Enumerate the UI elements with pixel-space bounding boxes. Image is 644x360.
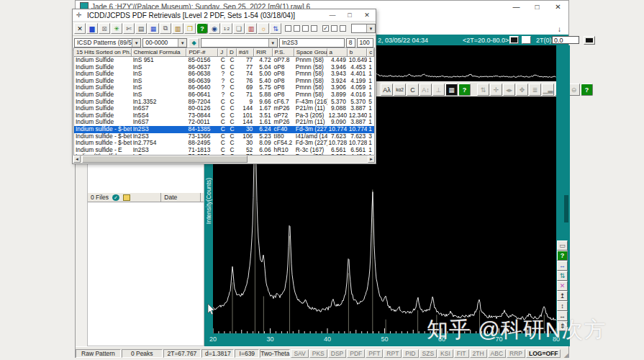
chevron-down-icon[interactable]: ↓: [558, 25, 561, 33]
expand-h-button[interactable]: ↔: [557, 261, 568, 271]
wavelength-button[interactable]: Aλ: [381, 84, 393, 96]
grid-button[interactable]: ▦: [445, 84, 458, 96]
horizontal-scrollbar[interactable]: ◄ ►: [73, 156, 375, 163]
background-button[interactable]: C: [407, 84, 419, 96]
table-row[interactable]: Indium SulfideIn5S473-0844CC1013.51oP72P…: [74, 112, 374, 120]
option-checkbox[interactable]: [302, 25, 309, 32]
web-icon[interactable]: ◉: [209, 23, 220, 34]
subfile-select[interactable]: ▼: [201, 38, 278, 48]
hcompress-button[interactable]: ◂▸: [503, 84, 515, 96]
table-row[interactable]: Indium SulfideInS86-0638?C745.00oP8Pmnn …: [74, 71, 374, 78]
ka2-strip-button[interactable]: kα2: [394, 84, 406, 96]
two-theta-zero-input[interactable]: 0.0: [552, 36, 579, 44]
pdf-number-select[interactable]: 00-0000▼: [142, 38, 187, 48]
check-icon[interactable]: ✓: [112, 194, 119, 201]
table-row[interactable]: Indium SulfideInS 95185-0156CC774.72oP7.…: [74, 57, 374, 64]
option-checkbox[interactable]: [311, 25, 317, 32]
status-button-fit[interactable]: FIT: [454, 349, 469, 358]
save-icon[interactable]: ▦: [148, 23, 159, 34]
database-select[interactable]: ICSD Patterns (89/59522▼: [74, 38, 141, 48]
help-button[interactable]: ?: [557, 251, 568, 261]
close-zoom-button[interactable]: ✕: [557, 281, 568, 291]
pan-up-button[interactable]: ↥: [557, 291, 568, 301]
status-button-pft[interactable]: PFT: [366, 349, 383, 358]
scrollbar-thumb[interactable]: [82, 156, 248, 163]
status-button-2th[interactable]: 2TH: [470, 349, 487, 358]
scrollbar-thumb[interactable]: [564, 195, 568, 222]
hexpand-button[interactable]: ✥: [516, 84, 528, 96]
table-row[interactable]: Indium SulfideInS86-0640?C695.75oP8Pmnn …: [74, 84, 374, 91]
cut-icon[interactable]: ✄: [123, 23, 135, 34]
status-button-pks[interactable]: PKS: [309, 349, 327, 358]
dialog-close-button[interactable]: ✕: [358, 9, 376, 21]
sort-icon[interactable]: ⇅: [270, 23, 281, 34]
column-header[interactable]: Chemical Formula: [132, 48, 187, 56]
option-checkbox[interactable]: [285, 25, 291, 32]
area-button[interactable]: A↕: [419, 84, 432, 96]
close-icon[interactable]: ✕: [74, 23, 86, 34]
log-toggle-button[interactable]: LOG=OFF: [526, 349, 561, 358]
one-to-two-icon[interactable]: 1:2: [221, 23, 232, 34]
print-icon[interactable]: ▤: [135, 23, 147, 34]
list-icon[interactable]: ▥: [172, 23, 183, 34]
column-header[interactable]: D: [227, 48, 237, 56]
status-button-rrp[interactable]: RRP: [507, 349, 525, 358]
table-row[interactable]: Indium sulfide - EIn2S371-1813CC526.06hR…: [74, 147, 374, 154]
delete-box-icon[interactable]: ⊠: [99, 23, 110, 34]
table-row[interactable]: Indium SulfideIn1.335289-7204CC99.66cF6.…: [74, 99, 374, 106]
table-row[interactable]: Indium SulfideInS86-0641?C715.88oP8Pmnn …: [74, 91, 374, 99]
help2-button[interactable]: ?: [581, 84, 593, 96]
book-icon[interactable]: ▥: [245, 23, 257, 34]
option-checkbox[interactable]: [294, 25, 300, 32]
status-button-abc[interactable]: ABC: [488, 349, 506, 358]
table-row[interactable]: Indium sulfide - $-betaIn2.775488-2495CC…: [74, 140, 374, 147]
column-header[interactable]: 15 Hits Sorted on Ph...: [74, 48, 132, 56]
column-header[interactable]: J: [218, 48, 227, 56]
status-button-szs[interactable]: SZS: [419, 349, 437, 358]
table-row[interactable]: Indium SulfideIn6S772-0011CC1441.61mP26P…: [74, 119, 374, 126]
column-header[interactable]: PDF-#: [186, 48, 218, 56]
help-button[interactable]: ?: [458, 84, 471, 96]
display-mode-button[interactable]: [584, 36, 595, 45]
column-header[interactable]: c: [367, 48, 374, 56]
table-row[interactable]: Indium SulfideInS86-0637CC775.04oP8Pmnn …: [74, 64, 374, 71]
status-button-pdf[interactable]: PDF: [347, 349, 365, 358]
dialog-maximize-button[interactable]: □: [341, 9, 358, 21]
option-checkbox[interactable]: ✓: [322, 25, 329, 32]
status-button-sav[interactable]: SAV: [291, 349, 308, 358]
profile-button[interactable]: ⊥: [432, 84, 445, 96]
dialog-minimize-button[interactable]: —: [324, 9, 341, 21]
date-column-header[interactable]: Date: [161, 193, 201, 202]
option-checkbox[interactable]: [340, 25, 346, 32]
overlay-button[interactable]: ≣: [529, 84, 541, 96]
page-icon[interactable]: ❏: [233, 23, 245, 34]
chart-icon[interactable]: ▆: [86, 23, 98, 34]
table-row[interactable]: Indium SulfideInS86-0639?C765.40oP8Pmnn …: [74, 78, 374, 85]
count-field[interactable]: 8: [346, 38, 355, 48]
vexpand-button[interactable]: ✛: [490, 84, 502, 96]
thumbnail-toggle-button[interactable]: [509, 36, 519, 44]
help-icon[interactable]: ?: [196, 23, 208, 34]
option-checkbox[interactable]: [331, 25, 337, 32]
scroll-left-icon[interactable]: ◄: [73, 156, 81, 163]
maximize-button[interactable]: □: [527, 1, 548, 12]
column-header[interactable]: #d/I: [237, 48, 254, 56]
status-button-dsp[interactable]: DSP: [328, 349, 346, 358]
expand-v-button[interactable]: ⇅: [557, 271, 568, 281]
peaks-button[interactable]: ▁▃: [542, 84, 554, 96]
table-row[interactable]: Indium SulfideIn6S780-0126CC1441.67mP26P…: [74, 105, 374, 112]
scroll-right-icon[interactable]: ►: [368, 156, 375, 163]
column-header[interactable]: b: [348, 48, 367, 56]
column-header[interactable]: P.S.: [273, 48, 294, 56]
resize-grip[interactable]: ◢: [563, 348, 568, 359]
copy-icon[interactable]: ⧉: [160, 23, 171, 34]
sun-icon[interactable]: ☼: [258, 23, 269, 34]
table-row[interactable]: Indium sulfide - $-betaIn2S384-1385CC306…: [74, 126, 374, 133]
column-header[interactable]: a: [327, 48, 348, 56]
search-tree-icon[interactable]: ✳: [111, 23, 122, 34]
vscale-button[interactable]: ⇅: [477, 84, 489, 96]
scale-v-button[interactable]: ↕: [557, 301, 568, 311]
ruler-button[interactable]: ▭: [557, 240, 568, 251]
column-header[interactable]: RIR: [254, 48, 272, 56]
dialog-titlebar[interactable]: ✛ ICDD/JCPDS PDF Retrievals [Level 2 PDF…: [73, 9, 376, 22]
